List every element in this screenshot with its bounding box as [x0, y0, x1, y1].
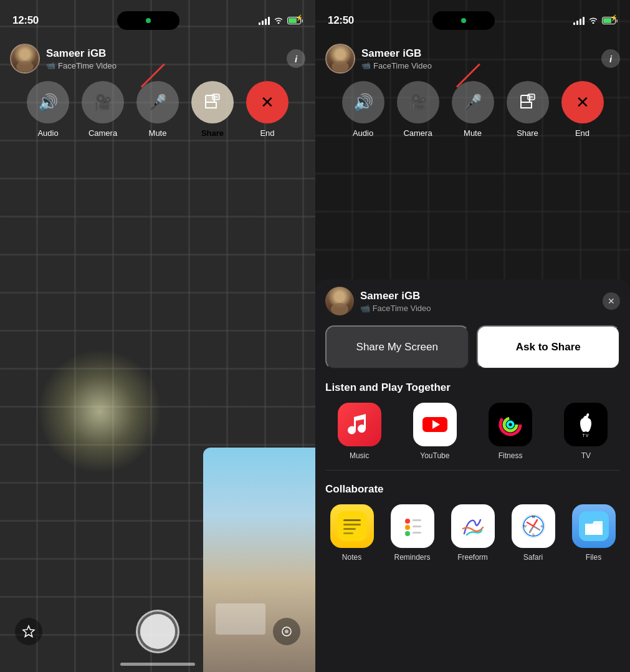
- notes-app-icon: [330, 504, 374, 548]
- facetime-icon-left: 📹: [46, 61, 55, 70]
- safari-label: Safari: [523, 553, 543, 562]
- svg-rect-31: [398, 511, 427, 541]
- music-app-icon: [338, 403, 381, 446]
- app-item-files[interactable]: Files: [563, 504, 624, 562]
- caller-info-left: Sameer iGB 📹 FaceTime Video: [46, 47, 287, 70]
- mute-circle-right: 🎤: [452, 81, 494, 123]
- freeform-label: Freeform: [457, 553, 488, 562]
- files-label: Files: [586, 553, 601, 562]
- info-button-right[interactable]: i: [601, 49, 620, 68]
- app-item-notes[interactable]: Notes: [322, 504, 382, 562]
- audio-button-left[interactable]: 🔊 Audio: [27, 81, 69, 138]
- speaker-icon-left: 🔊: [38, 93, 58, 112]
- svg-text:S: S: [532, 533, 534, 537]
- svg-point-9: [335, 49, 346, 59]
- svg-marker-6: [23, 626, 34, 637]
- end-icon-left: ✕: [260, 93, 274, 112]
- camera-button-right[interactable]: 🎥 Camera: [397, 81, 439, 138]
- svg-text:W: W: [523, 524, 527, 528]
- ask-to-share-button[interactable]: Ask to Share: [477, 325, 621, 369]
- app-item-music[interactable]: Music: [322, 403, 397, 460]
- svg-rect-29: [343, 528, 356, 530]
- shutter-button[interactable]: [136, 610, 179, 653]
- svg-point-34: [405, 525, 410, 530]
- call-header-left: Sameer iGB 📹 FaceTime Video i: [0, 39, 315, 79]
- sheet-caller-info: Sameer iGB 📹 FaceTime Video: [325, 287, 431, 315]
- status-icons-left: ⚡: [259, 16, 303, 26]
- island-dot-left: [146, 18, 151, 23]
- bottom-controls-left: [0, 610, 315, 653]
- audio-circle-left: 🔊: [27, 81, 69, 123]
- mute-button-left[interactable]: 🎤 Mute: [136, 81, 179, 138]
- camera-circle-left: 🎥: [82, 81, 124, 123]
- camera-flip-button[interactable]: [273, 618, 300, 645]
- svg-point-14: [335, 291, 345, 301]
- audio-button-right[interactable]: 🔊 Audio: [342, 81, 384, 138]
- left-phone-panel: 12:50 ⚡: [0, 0, 315, 672]
- svg-point-10: [332, 61, 349, 72]
- caller-info-right: Sameer iGB 📹 FaceTime Video: [361, 47, 601, 70]
- wifi-icon-left: [274, 16, 284, 26]
- mute-icon-right: 🎤: [464, 94, 482, 111]
- mute-label-right: Mute: [464, 128, 482, 138]
- svg-rect-26: [337, 511, 367, 541]
- end-icon-right: ✕: [576, 93, 589, 112]
- sheet-close-button[interactable]: ✕: [603, 292, 620, 310]
- share-my-screen-button[interactable]: Share My Screen: [325, 325, 469, 369]
- svg-text:TV: TV: [583, 433, 589, 438]
- app-item-fitness[interactable]: Fitness: [473, 403, 548, 460]
- camera-circle-right: 🎥: [397, 81, 439, 123]
- caller-name-right: Sameer iGB: [361, 47, 601, 60]
- collaborate-apps-grid: Notes Reminders: [315, 504, 630, 562]
- status-bar-right: 12:50 ⚡: [315, 0, 630, 34]
- appletv-app-icon: TV: [564, 403, 608, 446]
- call-controls-right: 🔊 Audio 🎥 Camera 🎤 Mute: [315, 81, 630, 138]
- right-phone-panel: 12:50 ⚡: [315, 0, 630, 672]
- svg-rect-35: [413, 526, 421, 527]
- youtube-label: YouTube: [420, 451, 449, 460]
- app-item-safari[interactable]: N S E W Safari: [503, 504, 563, 562]
- svg-rect-38: [458, 511, 488, 541]
- shutter-inner: [140, 614, 175, 649]
- speaker-icon-right: 🔊: [353, 93, 373, 112]
- share-button-right[interactable]: Share: [507, 81, 549, 138]
- end-circle-left: ✕: [246, 81, 289, 123]
- caller-avatar-right: [325, 44, 355, 74]
- signal-icon-right: [573, 16, 585, 25]
- light-flare: [37, 349, 162, 474]
- end-button-right[interactable]: ✕ End: [561, 81, 604, 138]
- app-item-tv[interactable]: TV TV: [548, 403, 624, 460]
- status-icons-right: ⚡: [573, 15, 618, 26]
- favorites-button[interactable]: [15, 618, 42, 645]
- music-label: Music: [350, 451, 369, 460]
- status-bar-left: 12:50 ⚡: [0, 0, 315, 34]
- camera-label-right: Camera: [403, 128, 432, 138]
- battery-icon-right: ⚡: [602, 17, 618, 24]
- home-indicator-left: [120, 663, 195, 666]
- share-label-left: Share: [201, 128, 224, 138]
- svg-point-1: [16, 61, 34, 72]
- listen-section-title: Listen and Play Together: [315, 379, 630, 403]
- caller-type-left: 📹 FaceTime Video: [46, 61, 287, 70]
- app-item-reminders[interactable]: Reminders: [382, 504, 442, 562]
- safari-app-icon: N S E W: [512, 504, 555, 548]
- svg-text:N: N: [532, 515, 534, 519]
- listen-apps-grid: Music YouTube: [315, 403, 630, 460]
- app-item-freeform[interactable]: Freeform: [442, 504, 503, 562]
- caller-name-left: Sameer iGB: [46, 47, 287, 60]
- camera-button-left[interactable]: 🎥 Camera: [82, 81, 124, 138]
- share-button-left[interactable]: Share: [191, 81, 234, 138]
- app-item-youtube[interactable]: YouTube: [397, 403, 472, 460]
- mute-button-right[interactable]: 🎤 Mute: [452, 81, 494, 138]
- camera-icon-right: 🎥: [409, 94, 427, 111]
- end-circle-right: ✕: [561, 81, 604, 123]
- time-right: 12:50: [328, 14, 354, 27]
- svg-point-32: [405, 519, 410, 524]
- sheet-caller-name: Sameer iGB: [360, 290, 431, 302]
- info-button-left[interactable]: i: [287, 49, 305, 68]
- dynamic-island-right: [432, 11, 495, 30]
- caller-avatar-left: [10, 44, 40, 74]
- call-header-right: Sameer iGB 📹 FaceTime Video i: [315, 39, 630, 79]
- end-button-left[interactable]: ✕ End: [246, 81, 289, 138]
- fitness-app-icon: [489, 403, 532, 446]
